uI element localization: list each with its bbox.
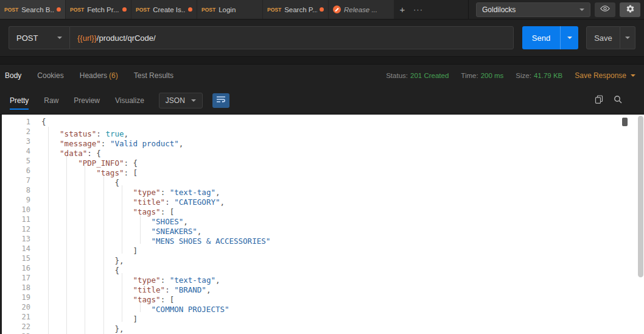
indent-guide [78,283,96,293]
code-token: : [ [124,168,138,177]
viewer-tool-icons [595,95,622,105]
code-line: 10"tags": [ [0,205,644,215]
indent-guide [60,205,78,215]
code-line: 17"type": "text-tag", [0,273,644,283]
response-tabs: BodyCookiesHeaders(6)Test Results [5,71,173,80]
code-token: "CATEGORY" [174,197,220,207]
response-tab-test-results[interactable]: Test Results [134,71,173,80]
indent-guide [78,322,96,332]
language-selector[interactable]: JSON [159,93,203,108]
response-tab-label: Body [5,71,21,80]
save-options-button[interactable] [620,26,635,49]
request-tab[interactable]: POSTCreate Is... [131,0,197,19]
indent-guide [60,195,78,205]
url-input[interactable]: {{url}}/product/qrCode/ [69,26,514,49]
code-line: 11"SHOES", [0,215,644,224]
code-line: 4"data": { [0,146,644,156]
indent-guide [78,224,96,234]
indent-guide [114,234,133,244]
tab-label: Search P... [284,6,317,13]
wrap-text-button[interactable] [212,93,229,108]
line-content: }, [30,322,124,332]
view-tab-preview[interactable]: Preview [74,91,100,110]
request-tab[interactable]: POSTFetch Pr... [66,0,131,19]
code-line: 7{ [0,176,644,185]
code-body: 1{2"status": true,3"message": "Valid pro… [0,115,644,334]
indent-guide [41,302,60,312]
indent-guide [60,166,78,176]
indent-guide [78,185,96,195]
unsaved-changes-dot [320,7,324,12]
tab-method-label: POST [136,7,150,13]
send-options-button[interactable] [560,26,578,49]
indent-guide [41,224,60,234]
settings-button[interactable] [620,2,640,17]
request-tab[interactable]: Release ... [329,0,394,19]
response-time: Time:200 ms [461,72,503,79]
line-number: 3 [0,137,30,146]
line-content: "PDP_INFO": { [30,156,138,166]
indent-guide [41,205,60,215]
response-tab-cookies[interactable]: Cookies [37,71,63,80]
code-line: 15}, [0,254,644,263]
send-button[interactable]: Send [522,26,560,49]
tab-label: Create Is... [153,6,186,13]
code-token: ] [133,314,138,324]
indent-guide [41,312,60,322]
response-meta-bar: BodyCookiesHeaders(6)Test Results Status… [0,65,644,87]
request-tab[interactable]: POSTSearch B... [0,0,65,19]
indent-guide [78,195,96,205]
tab-method-label: POST [70,7,84,13]
indent-guide [114,302,133,312]
indent-guide [96,293,114,302]
indent-guide [114,185,133,195]
view-tab-visualize[interactable]: Visualize [115,91,144,110]
line-number: 10 [0,205,30,215]
save-button[interactable]: Save [586,26,620,49]
new-tab-button[interactable]: + [394,0,410,19]
save-response-button[interactable]: Save Response [575,71,635,80]
indent-guide [41,322,60,332]
view-tab-raw[interactable]: Raw [44,91,58,110]
indent-guide [41,254,60,263]
send-split-button: Send [522,26,578,49]
line-content: "tags": [ [30,293,174,302]
line-number: 23 [0,332,30,334]
indent-guide [60,302,78,312]
indent-guide [114,195,133,205]
request-tab[interactable]: POSTSearch P... [263,0,328,19]
indent-guide [96,263,114,273]
editor-scrollbar-thumb[interactable] [622,118,628,126]
page-scrollbar-thumb[interactable] [638,116,643,277]
search-response-button[interactable] [614,95,622,105]
window-edge-strip [0,115,2,334]
code-line: 2"status": true, [0,127,644,137]
line-number: 4 [0,146,30,156]
line-content: "title": "CATEGORY", [30,195,225,205]
size-label: Size: [516,72,531,79]
indent-guide [96,273,114,283]
indent-guide [60,283,78,293]
more-tabs-button[interactable]: ··· [410,0,426,19]
environment-quick-look-button[interactable] [595,2,615,17]
code-line: 9"title": "CATEGORY", [0,195,644,205]
line-number: 22 [0,322,30,332]
response-info: Status:201 Created Time:200 ms Size:41.7… [386,71,635,80]
view-tabs: PrettyRawPreviewVisualize [10,91,144,110]
indent-guide [96,283,114,293]
indent-guide [60,244,78,254]
request-tab[interactable]: POSTLogin [197,0,262,19]
environment-selector[interactable]: Goldilocks [476,2,590,17]
response-body-viewer[interactable]: 1{2"status": true,3"message": "Valid pro… [0,115,644,334]
method-selector[interactable]: POST [9,26,69,49]
code-line: 20"COMMON PROJECTS" [0,302,644,312]
response-tab-headers[interactable]: Headers(6) [80,71,118,80]
indent-guide [41,185,60,195]
response-tab-body[interactable]: Body [5,71,21,80]
code-token: , [220,197,225,207]
line-number: 21 [0,312,30,322]
indent-guide [41,146,60,156]
view-tab-pretty[interactable]: Pretty [10,91,29,110]
copy-response-button[interactable] [595,95,603,105]
code-token: : [101,139,110,148]
